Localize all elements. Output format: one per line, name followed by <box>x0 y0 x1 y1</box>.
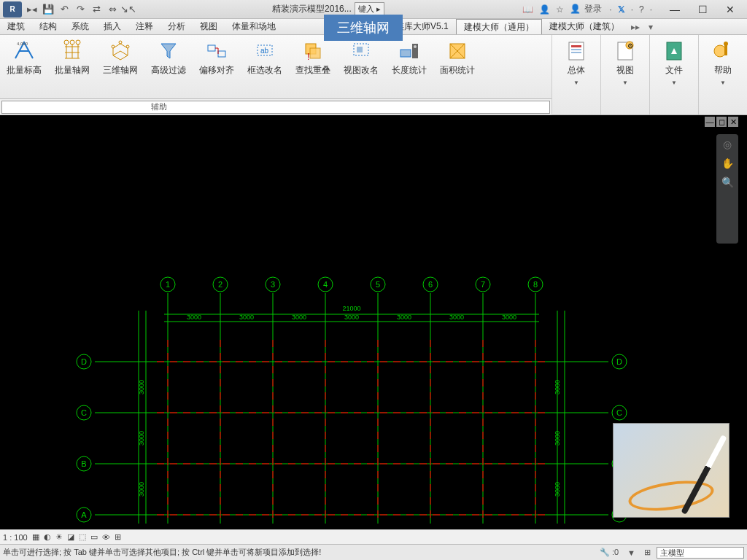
btn-box-rename[interactable]: ab框选改名 <box>242 38 287 77</box>
save-icon[interactable]: 💾 <box>41 3 55 16</box>
hide-icon[interactable]: 👁 <box>102 533 110 542</box>
login-link[interactable]: 👤 登录 <box>568 3 605 15</box>
svg-rect-22 <box>571 49 581 50</box>
tab-model-master-arch[interactable]: 建模大师（建筑） <box>542 19 627 34</box>
style-icon[interactable]: ◐ <box>44 532 51 542</box>
svg-text:C: C <box>81 408 87 417</box>
svg-text:21000: 21000 <box>342 305 360 312</box>
exchange-icon[interactable]: 𝕏 <box>616 4 627 15</box>
svg-text:3000: 3000 <box>554 431 561 446</box>
worksets-icon[interactable]: ⊞ <box>641 548 654 557</box>
options-bar: 辅助 <box>0 99 551 115</box>
svg-text:B: B <box>81 459 86 468</box>
svg-point-6 <box>119 41 122 44</box>
btn-view-cfg[interactable]: ⚙视图▼ <box>603 38 648 86</box>
btn-help[interactable]: 帮助▼ <box>700 38 746 86</box>
model-selector[interactable]: 主模型 <box>657 547 744 559</box>
app-logo[interactable]: R <box>3 1 22 18</box>
tab-view[interactable]: 视图 <box>193 19 225 34</box>
tab-system[interactable]: 系统 <box>64 19 96 34</box>
svg-text:⚙: ⚙ <box>627 42 633 50</box>
scale-label[interactable]: 1 : 100 <box>3 533 28 542</box>
svg-rect-29 <box>724 45 727 55</box>
svg-point-4 <box>112 45 115 48</box>
btn-find-overlap[interactable]: !查找重叠 <box>290 38 336 77</box>
status-message: 单击可进行选择; 按 Tab 键并单击可选择其他项目; 按 Ctrl 键并单击可… <box>3 547 594 558</box>
ribbon-tabs: 建筑 结构 系统 插入 注释 分析 视图 体量和场地 三维轴网 族库大师V5.1… <box>0 19 747 35</box>
svg-text:A: A <box>81 510 87 519</box>
svg-rect-7 <box>208 45 215 51</box>
tabs-collapse-icon[interactable]: ▾ <box>644 22 657 32</box>
crop-icon[interactable]: ⬚ <box>79 532 86 542</box>
nav-wheel-icon[interactable]: ◎ <box>723 139 732 150</box>
tab-analyze[interactable]: 分析 <box>160 19 193 34</box>
btn-length-stat[interactable]: 长度统计 <box>387 38 432 77</box>
tab-annotate[interactable]: 注释 <box>128 19 160 34</box>
tab-insert[interactable]: 插入 <box>96 19 128 34</box>
svg-text:3000: 3000 <box>239 314 254 321</box>
svg-text:D: D <box>616 357 622 366</box>
navigation-bar[interactable]: ◎ ✋ 🔍 <box>716 134 738 244</box>
tab-mass[interactable]: 体量和场地 <box>225 19 283 34</box>
svg-text:3000: 3000 <box>554 482 561 497</box>
crop-show-icon[interactable]: ▭ <box>90 532 98 542</box>
svg-point-30 <box>724 42 728 46</box>
svg-point-5 <box>126 45 129 48</box>
svg-text:D: D <box>81 357 87 366</box>
help-icon[interactable]: ? <box>638 4 646 15</box>
undo-icon[interactable]: ↶ <box>57 3 71 16</box>
reveal-icon[interactable]: ⊞ <box>115 532 121 542</box>
svg-text:3000: 3000 <box>449 314 464 321</box>
svg-point-18 <box>414 45 417 48</box>
btn-view-rename[interactable]: 视图改名 <box>338 38 384 77</box>
svg-text:3000: 3000 <box>502 314 516 321</box>
svg-rect-23 <box>571 52 581 53</box>
btn-overall[interactable]: 总体▼ <box>554 38 599 86</box>
filter-icon[interactable]: ▼ <box>624 548 638 557</box>
svg-text:4: 4 <box>323 280 328 289</box>
tab-struct[interactable]: 结构 <box>32 19 64 34</box>
sync-icon[interactable]: ⇄ <box>89 3 104 16</box>
tabs-more-icon[interactable]: ▸▸ <box>627 22 644 32</box>
tab-arch[interactable]: 建筑 <box>0 19 32 34</box>
svg-text:7: 7 <box>481 280 485 289</box>
btn-advanced-filter[interactable]: 高级过滤 <box>146 38 191 77</box>
expand-icon[interactable]: ↘↖ <box>121 3 136 16</box>
shadow-icon[interactable]: ◪ <box>67 532 74 542</box>
type-selector[interactable] <box>1 101 550 114</box>
tab-model-master-general[interactable]: 建模大师（通用） <box>456 19 542 34</box>
quick-access-toolbar: ▸◂ 💾 ↶ ↷ ⇄ ⇔ ↘↖ <box>25 3 136 16</box>
svg-text:3000: 3000 <box>292 314 306 321</box>
nav-zoom-icon[interactable]: 🔍 <box>721 176 734 188</box>
sun-icon[interactable]: ☀ <box>55 532 63 542</box>
navigation-wand-widget[interactable] <box>613 423 729 518</box>
selection-count[interactable]: 🔧 :0 <box>597 548 622 557</box>
btn-file[interactable]: 文件▼ <box>651 38 697 86</box>
btn-3d-grid[interactable]: 三维轴网 <box>98 38 143 77</box>
svg-text:1: 1 <box>166 280 170 289</box>
drawing-canvas[interactable]: — ◻ ✕ 1122334455667788AABBCCDD3000300030… <box>0 115 747 529</box>
svg-text:3000: 3000 <box>138 482 145 497</box>
star-icon[interactable]: ☆ <box>554 4 565 15</box>
svg-text:2: 2 <box>218 280 222 289</box>
svg-text:3: 3 <box>271 280 275 289</box>
book-icon[interactable]: 📖 <box>521 4 535 15</box>
detail-icon[interactable]: ▦ <box>32 532 39 542</box>
btn-batch-grid[interactable]: 批量轴网 <box>50 38 95 77</box>
btn-area-stat[interactable]: 面积统计 <box>435 38 480 77</box>
svg-text:C: C <box>616 408 622 417</box>
svg-text:4,000: 4,000 <box>17 42 28 46</box>
close-button[interactable]: ✕ <box>716 1 744 18</box>
btn-offset-align[interactable]: 偏移对齐 <box>194 38 239 77</box>
maximize-button[interactable]: ☐ <box>689 1 716 18</box>
redo-icon[interactable]: ↷ <box>73 3 88 16</box>
btn-batch-level[interactable]: 4,000批量标高 <box>1 38 47 77</box>
minimize-button[interactable]: — <box>661 1 689 18</box>
measure-icon[interactable]: ⇔ <box>105 3 120 16</box>
svg-rect-15 <box>357 47 363 52</box>
svg-text:3000: 3000 <box>187 314 201 321</box>
nav-pan-icon[interactable]: ✋ <box>721 158 734 169</box>
svg-text:3000: 3000 <box>138 431 145 446</box>
open-icon[interactable]: ▸◂ <box>25 3 39 16</box>
user-icon[interactable]: 👤 <box>538 4 551 15</box>
